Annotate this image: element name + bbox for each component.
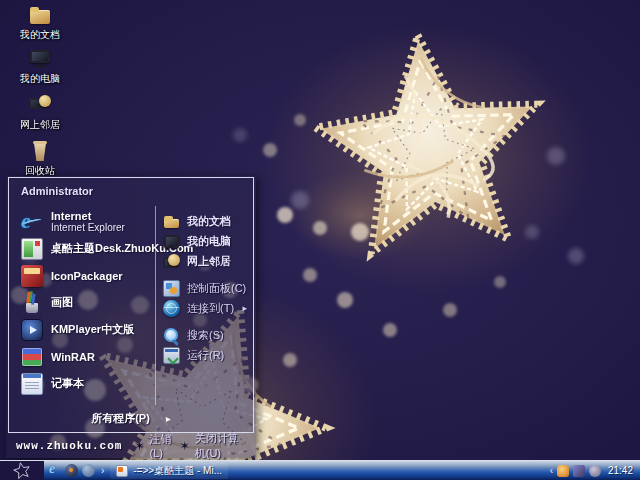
network-places-icon bbox=[29, 94, 51, 116]
desktop-icon-label: 我的文档 bbox=[20, 28, 60, 42]
quick-launch-expand-chevron[interactable]: › bbox=[99, 465, 106, 476]
my-computer-icon bbox=[163, 233, 180, 250]
menu-item-label: Internet bbox=[51, 210, 125, 222]
chevron-right-icon: ▸ bbox=[166, 413, 171, 424]
desktop: 我的文档我的电脑网上邻居回收站 Administrator InternetIn… bbox=[0, 0, 640, 480]
menu-item-iconpackager[interactable]: IconPackager bbox=[19, 262, 153, 289]
desktop-icon-network-places[interactable]: 网上邻居 bbox=[12, 94, 68, 132]
desktop-icon-recycle-bin[interactable]: 回收站 bbox=[12, 140, 68, 178]
shut-down-button[interactable]: ✶ 关闭计算机(U) bbox=[180, 431, 246, 461]
menu-spacer bbox=[163, 271, 251, 278]
menu-item-label: 连接到(T) bbox=[187, 301, 234, 316]
menu-item-label: KMPlayer中文版 bbox=[51, 322, 134, 337]
zhuoku-site-link[interactable]: www.zhuoku.com bbox=[16, 440, 122, 452]
task-window-icon bbox=[116, 465, 128, 477]
connect-to-icon bbox=[163, 300, 180, 317]
start-menu-header: Administrator bbox=[9, 178, 253, 204]
menu-item-text: 记事本 bbox=[51, 376, 84, 391]
control-panel-icon bbox=[163, 280, 180, 297]
start-button[interactable] bbox=[0, 461, 44, 480]
menu-item-label: WinRAR bbox=[51, 351, 95, 363]
iconpackager-icon bbox=[21, 265, 43, 287]
desktop-icon-label: 我的电脑 bbox=[20, 72, 60, 86]
kmplayer-icon bbox=[21, 319, 43, 341]
menu-item-my-documents[interactable]: 我的文档 bbox=[163, 211, 251, 231]
menu-item-control-panel[interactable]: 控制面板(C) bbox=[163, 278, 251, 298]
menu-spacer bbox=[163, 318, 251, 325]
menu-item-connect-to[interactable]: 连接到(T)▸ bbox=[163, 298, 251, 318]
tray-network-status-icon[interactable] bbox=[573, 465, 585, 477]
user-name: Administrator bbox=[21, 185, 93, 197]
menu-item-text: KMPlayer中文版 bbox=[51, 322, 134, 337]
menu-item-text: IconPackager bbox=[51, 270, 123, 282]
internet-explorer-icon bbox=[21, 211, 43, 233]
submenu-arrow-icon: ▸ bbox=[242, 303, 247, 313]
my-computer-icon bbox=[29, 48, 51, 70]
menu-item-zhuoku-theme[interactable]: 桌酷主题Desk.ZhuoKu.Com bbox=[19, 235, 153, 262]
start-menu-columns: InternetInternet Explorer桌酷主题Desk.ZhuoKu… bbox=[9, 206, 253, 405]
my-documents-icon bbox=[163, 213, 180, 230]
menu-item-label: 我的电脑 bbox=[187, 234, 231, 249]
menu-item-my-computer[interactable]: 我的电脑 bbox=[163, 231, 251, 251]
tray-input-method-icon[interactable] bbox=[557, 465, 569, 477]
all-programs-button[interactable]: 所有程序(P) ▸ bbox=[9, 407, 253, 429]
menu-item-text: InternetInternet Explorer bbox=[51, 210, 125, 233]
menu-item-sublabel: Internet Explorer bbox=[51, 222, 125, 233]
log-off-icon: ✶ bbox=[134, 440, 144, 452]
menu-item-label: 网上邻居 bbox=[187, 254, 231, 269]
tray-icon-group bbox=[557, 465, 601, 477]
start-star-icon bbox=[6, 461, 38, 480]
desktop-icon-label: 网上邻居 bbox=[20, 118, 60, 132]
menu-item-label: IconPackager bbox=[51, 270, 123, 282]
start-menu-box: Administrator InternetInternet Explorer桌… bbox=[8, 177, 254, 433]
system-places-column: 我的文档我的电脑网上邻居控制面板(C)连接到(T)▸搜索(S)运行(R) bbox=[155, 206, 253, 405]
quick-launch-bar bbox=[44, 464, 99, 477]
menu-item-text: WinRAR bbox=[51, 351, 95, 363]
system-tray: ‹ 21:42 bbox=[550, 465, 640, 477]
menu-item-search[interactable]: 搜索(S) bbox=[163, 325, 251, 345]
recycle-bin-icon bbox=[29, 140, 51, 162]
quick-launch-internet-explorer-icon[interactable] bbox=[48, 464, 61, 477]
menu-item-label: 控制面板(C) bbox=[187, 281, 246, 296]
shut-down-icon: ✶ bbox=[180, 440, 190, 452]
tray-volume-icon[interactable] bbox=[589, 465, 601, 477]
paint-icon bbox=[21, 292, 43, 314]
run-icon bbox=[163, 347, 180, 364]
menu-item-notepad[interactable]: 记事本 bbox=[19, 370, 153, 397]
network-places-icon bbox=[163, 253, 180, 270]
tray-collapse-chevron[interactable]: ‹ bbox=[550, 465, 553, 476]
menu-item-label: 画图 bbox=[51, 295, 73, 310]
taskbar-clock: 21:42 bbox=[608, 465, 633, 476]
shut-down-label: 关闭计算机(U) bbox=[195, 431, 246, 461]
menu-item-network-places[interactable]: 网上邻居 bbox=[163, 251, 251, 271]
desktop-icon-my-computer[interactable]: 我的电脑 bbox=[12, 48, 68, 86]
log-off-button[interactable]: ✶ 注销(L) bbox=[134, 432, 173, 459]
menu-item-internet-explorer[interactable]: InternetInternet Explorer bbox=[19, 208, 153, 235]
start-menu-footer: www.zhuoku.com ✶ 注销(L) ✶ 关闭计算机(U) bbox=[6, 433, 256, 458]
my-documents-icon bbox=[29, 4, 51, 26]
quick-launch-browser-icon[interactable] bbox=[82, 464, 95, 477]
zhuoku-theme-icon bbox=[21, 238, 43, 260]
task-title: -=>>桌酷主题 - Mi... bbox=[133, 464, 222, 478]
menu-item-label: 记事本 bbox=[51, 376, 84, 391]
menu-item-label: 搜索(S) bbox=[187, 328, 224, 343]
menu-item-paint[interactable]: 画图 bbox=[19, 289, 153, 316]
menu-item-winrar[interactable]: WinRAR bbox=[19, 343, 153, 370]
search-icon bbox=[163, 327, 180, 344]
taskbar: › -=>>桌酷主题 - Mi... ‹ 21:42 bbox=[0, 460, 640, 480]
pinned-programs-column: InternetInternet Explorer桌酷主题Desk.ZhuoKu… bbox=[9, 206, 155, 405]
taskbar-task-button[interactable]: -=>>桌酷主题 - Mi... bbox=[110, 463, 228, 479]
winrar-icon bbox=[21, 346, 43, 368]
menu-item-kmplayer[interactable]: KMPlayer中文版 bbox=[19, 316, 153, 343]
menu-item-run[interactable]: 运行(R) bbox=[163, 345, 251, 365]
menu-item-text: 画图 bbox=[51, 295, 73, 310]
all-programs-label: 所有程序(P) bbox=[91, 411, 150, 426]
notepad-icon bbox=[21, 373, 43, 395]
menu-item-label: 运行(R) bbox=[187, 348, 224, 363]
log-off-label: 注销(L) bbox=[149, 432, 173, 459]
start-menu: Administrator InternetInternet Explorer桌… bbox=[6, 176, 256, 458]
menu-item-label: 我的文档 bbox=[187, 214, 231, 229]
desktop-icon-my-documents[interactable]: 我的文档 bbox=[12, 4, 68, 42]
quick-launch-kmplayer-icon[interactable] bbox=[65, 464, 78, 477]
